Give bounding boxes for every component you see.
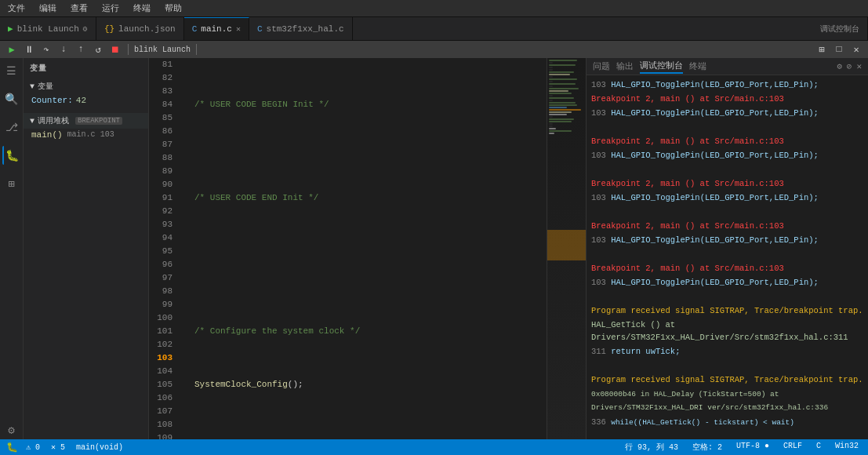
minimap-line	[549, 81, 553, 82]
tab-blink-launch[interactable]: ▶ blink Launch ⚙	[0, 17, 96, 40]
minimap-line	[549, 93, 572, 94]
top-bar: 文件 编辑 查看 运行 终端 帮助	[0, 0, 868, 17]
chevron-down-icon: ▼	[30, 117, 35, 126]
encoding[interactable]: UTF-8 ●	[733, 442, 772, 453]
code-line-86: /* Configure the system clock */	[185, 325, 547, 338]
debug-panel-actions: ⚙ ⊘ ✕	[837, 61, 862, 71]
restart-button[interactable]: ↺	[91, 42, 105, 56]
call-stack-section: ▼ 调用堆栈 BREAKPOINT main() main.c 103	[24, 113, 148, 141]
close-panel-button[interactable]: ✕	[849, 42, 863, 56]
debug-panel-tab-terminal[interactable]: 终端	[689, 60, 706, 72]
debug-entry	[591, 359, 863, 372]
tab-close-main-c[interactable]: ✕	[236, 24, 241, 34]
minimap-line	[549, 97, 574, 99]
platform[interactable]: Win32	[832, 442, 862, 453]
minimap-line	[549, 128, 556, 129]
minimap-line	[549, 114, 567, 115]
minimap-line	[549, 71, 574, 73]
debug-panel-tab-console[interactable]: 调试控制台	[640, 60, 683, 74]
tab-hal-c[interactable]: C stm32f1xx_hal.c	[249, 17, 353, 40]
editor-area: 81 82 83 84 85 86 87 88 89 90 91 92 93 9…	[149, 58, 586, 439]
minimap-line	[549, 78, 577, 80]
call-stack-item-main[interactable]: main() main.c 103	[24, 129, 148, 141]
debug-clear-icon[interactable]: ⊘	[847, 61, 852, 71]
minimap-line	[549, 102, 576, 104]
cursor-position[interactable]: 行 93, 列 43	[622, 442, 681, 453]
minimap-line	[549, 130, 572, 132]
var-value-counter: 42	[76, 96, 86, 105]
tab-launch-json[interactable]: {} launch.json	[96, 17, 184, 40]
debug-entry: 103 HAL_GPIO_TogglePin(LED_GPIO_Port,LED…	[591, 149, 863, 162]
call-stack-header[interactable]: ▼ 调用堆栈 BREAKPOINT	[24, 113, 148, 129]
variables-section[interactable]: ▼ 变量	[24, 78, 148, 94]
debug-filter-icon[interactable]: ⚙	[837, 61, 842, 71]
minimap-line	[549, 118, 574, 120]
debug-panel-header: 问题 输出 调试控制台 终端 ⚙ ⊘ ✕	[587, 58, 868, 75]
split-editor-button[interactable]: ⊞	[815, 42, 829, 56]
debug-entry: Breakpoint 2, main () at Src/main.c:103	[591, 93, 863, 105]
minimap-line	[549, 76, 553, 78]
minimap-line	[549, 90, 568, 92]
sidebar-explorer-icon[interactable]: ☰	[2, 61, 21, 80]
code-line-87: SystemClock_Config();	[185, 378, 547, 391]
language-mode[interactable]: C	[813, 442, 824, 453]
warning-count[interactable]: ⚠ 0	[23, 442, 43, 452]
debug-panel-tab-problems[interactable]: 问题	[593, 60, 610, 72]
minimap	[547, 58, 586, 439]
debug-icon: ▶	[8, 24, 13, 34]
tab-bar: ▶ blink Launch ⚙ {} launch.json C main.c…	[0, 17, 868, 41]
toolbar-sep-1	[128, 44, 129, 55]
debug-output[interactable]: 103 HAL_GPIO_TogglePin(LED_GPIO_Port,LED…	[587, 75, 868, 439]
status-bar: 🐛 ⚠ 0 ✕ 5 main(void) 行 93, 列 43 空格: 2 UT…	[0, 439, 868, 455]
step-into-button[interactable]: ↓	[56, 42, 71, 56]
pause-button[interactable]: ⏸	[22, 42, 36, 56]
menu-run[interactable]: 运行	[99, 2, 122, 14]
minimap-line	[549, 111, 572, 113]
sidebar-scm-icon[interactable]: ⎇	[2, 118, 21, 136]
menu-items: 文件 编辑 查看 运行 终端 帮助	[5, 2, 185, 14]
call-stack-func: main()	[31, 130, 63, 140]
code-line-83: /* USER CODE END Init */	[185, 191, 547, 205]
minimap-line	[549, 83, 576, 85]
step-over-button[interactable]: ↷	[39, 42, 53, 56]
minimap-line	[549, 121, 572, 122]
call-stack-file: main.c 103	[67, 130, 114, 140]
debug-entry	[591, 121, 863, 133]
sidebar-extensions-icon[interactable]: ⊞	[2, 174, 21, 193]
menu-edit[interactable]: 编辑	[36, 2, 60, 14]
menu-file[interactable]: 文件	[5, 2, 28, 14]
tab-main-c[interactable]: C main.c ✕	[184, 17, 249, 40]
debug-entry: 0x08000b46 in HAL_Delay (TickStart=500) …	[591, 388, 863, 414]
variable-row-counter: Counter: 42	[24, 94, 148, 107]
minimap-line	[549, 100, 553, 101]
settings-icon[interactable]: ⚙	[83, 24, 88, 34]
minimap-line	[549, 86, 553, 87]
sidebar-debug-icon[interactable]: 🐛	[2, 146, 21, 165]
tab-debug-right[interactable]: 调试控制台	[812, 17, 868, 40]
debug-entry: Program received signal SIGTRAP, Trace/b…	[591, 373, 863, 386]
minimap-line	[549, 104, 577, 106]
debug-close-icon[interactable]: ✕	[856, 61, 862, 71]
sidebar-settings-icon[interactable]: ⚙	[2, 420, 21, 439]
debug-entry	[591, 290, 863, 303]
minimap-line	[549, 74, 570, 75]
debug-panel: 问题 输出 调试控制台 终端 ⚙ ⊘ ✕ 103 HAL_GPIO_Toggle…	[586, 58, 868, 439]
explorer-header: 变量	[24, 58, 148, 78]
menu-view[interactable]: 查看	[67, 2, 91, 14]
code-container[interactable]: 81 82 83 84 85 86 87 88 89 90 91 92 93 9…	[149, 58, 586, 439]
step-out-button[interactable]: ↑	[74, 42, 88, 56]
chevron-down-icon: ▼	[30, 82, 35, 91]
error-count[interactable]: ✕ 5	[48, 442, 68, 452]
debug-session-label: main(void)	[76, 443, 123, 452]
debug-entry: 103 HAL_GPIO_TogglePin(LED_GPIO_Port,LED…	[591, 107, 863, 119]
maximize-button[interactable]: □	[832, 42, 846, 56]
indent-size[interactable]: 空格: 2	[689, 442, 725, 453]
menu-help[interactable]: 帮助	[162, 2, 185, 14]
stop-button[interactable]: ⏹	[108, 42, 122, 56]
run-button[interactable]: ▶	[5, 42, 19, 56]
line-ending[interactable]: CRLF	[780, 442, 805, 453]
menu-terminal[interactable]: 终端	[130, 2, 154, 14]
debug-entry: 103 HAL_GPIO_TogglePin(LED_GPIO_Port,LED…	[591, 191, 863, 204]
debug-panel-tab-output[interactable]: 输出	[616, 60, 634, 72]
sidebar-search-icon[interactable]: 🔍	[2, 89, 21, 108]
